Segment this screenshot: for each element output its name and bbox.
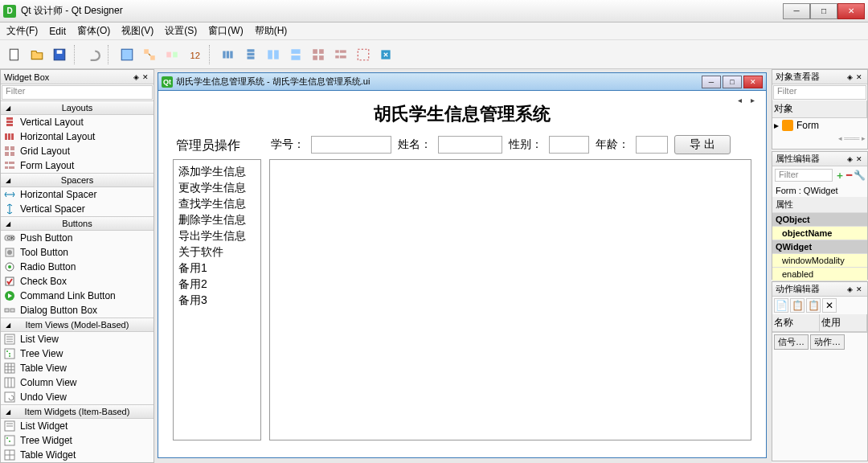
dock-float-icon[interactable]: ◈ [845, 72, 854, 82]
dock-close-icon[interactable]: ✕ [141, 72, 150, 82]
save-icon[interactable] [50, 45, 69, 64]
layout-grid-icon[interactable] [309, 45, 328, 64]
widget-listwidget[interactable]: List Widget [1, 419, 154, 433]
dock-float-icon[interactable]: ◈ [845, 285, 854, 294]
layout-form-icon[interactable] [331, 45, 350, 64]
buddies-icon[interactable] [162, 45, 182, 64]
layout-v-icon[interactable] [241, 45, 260, 64]
widget-checkbox[interactable]: Check Box [1, 274, 154, 289]
menu-add[interactable]: 添加学生信息 [178, 163, 256, 179]
menu-view[interactable]: 视图(V) [121, 24, 154, 38]
dock-close-icon[interactable]: ✕ [854, 285, 864, 294]
export-button[interactable]: 导 出 [674, 135, 731, 154]
remove-prop-icon[interactable]: ━ [846, 170, 852, 181]
menu-update[interactable]: 更改学生信息 [178, 179, 256, 195]
widget-commandlink[interactable]: Command Link Button [1, 289, 154, 303]
menu-search[interactable]: 查找学生信息 [178, 195, 256, 211]
mdi-minimize-button[interactable]: ─ [702, 76, 721, 88]
category-spacers[interactable]: ◢Spacers [1, 173, 154, 187]
form-canvas[interactable]: ◂ ▸ 胡氏学生信息管理系统 管理员操作 学号： 姓名： 性别： 年龄： [158, 91, 766, 457]
tab-order-icon[interactable]: 12 [185, 45, 204, 64]
category-buttons[interactable]: ◢Buttons [1, 216, 154, 231]
action-tab[interactable]: 动作… [810, 334, 845, 350]
paste-action-icon[interactable]: 📋 [806, 298, 821, 313]
object-filter-input[interactable]: Filter [773, 85, 866, 100]
undo-icon[interactable] [84, 45, 103, 64]
prop-windowmodality[interactable]: windowModality [772, 254, 867, 268]
sex-input[interactable] [549, 136, 589, 154]
overflow-arrows-icon[interactable]: ◂ ▸ [738, 96, 758, 104]
widget-radiobutton[interactable]: Radio Button [1, 260, 154, 274]
dock-float-icon[interactable]: ◈ [845, 154, 854, 164]
prop-filter-input[interactable]: Filter [775, 169, 833, 182]
menu-edit[interactable]: Edit [49, 26, 66, 37]
widget-listview[interactable]: List View [1, 332, 154, 346]
category-itemwidgets[interactable]: ◢Item Widgets (Item-Based) [1, 404, 154, 419]
dock-float-icon[interactable]: ◈ [131, 72, 141, 82]
widget-columnview[interactable]: Column View [1, 375, 154, 390]
prop-qobject[interactable]: QObject [772, 213, 867, 227]
menu-delete[interactable]: 删除学生信息 [178, 211, 256, 227]
widget-hspacer[interactable]: Horizontal Spacer [1, 187, 154, 202]
prop-settings-icon[interactable]: 🔧 [854, 170, 866, 181]
menu-spare2[interactable]: 备用2 [178, 276, 256, 292]
open-file-icon[interactable] [27, 45, 47, 64]
menu-export[interactable]: 导出学生信息 [178, 227, 256, 244]
delete-action-icon[interactable]: ✕ [822, 298, 837, 313]
widget-treewidget[interactable]: Tree Widget [1, 433, 154, 448]
category-itemviews[interactable]: ◢Item Views (Model-Based) [1, 318, 154, 332]
widget-vertical-layout[interactable]: Vertical Layout [1, 115, 154, 129]
widget-toolbutton[interactable]: Tool Button [1, 245, 154, 260]
close-button[interactable]: ✕ [837, 3, 865, 19]
layout-vsplit-icon[interactable] [286, 45, 305, 64]
menu-form[interactable]: 窗体(O) [77, 24, 110, 38]
student-table[interactable] [269, 159, 751, 440]
widget-undoview[interactable]: Undo View [1, 390, 154, 404]
age-input[interactable] [636, 136, 668, 154]
new-file-icon[interactable] [5, 45, 24, 64]
widget-grid-layout[interactable]: Grid Layout [1, 144, 154, 158]
name-input[interactable] [438, 136, 502, 154]
adjust-size-icon[interactable] [376, 45, 395, 64]
widget-tableview[interactable]: Table View [1, 361, 154, 375]
widget-pushbutton[interactable]: OKPush Button [1, 231, 154, 245]
category-layouts[interactable]: ◢Layouts [1, 100, 154, 115]
widget-treeview[interactable]: Tree View [1, 346, 154, 361]
prop-objectname[interactable]: objectName [772, 227, 867, 240]
edit-widgets-icon[interactable] [117, 45, 137, 64]
menu-about[interactable]: 关于软件 [178, 244, 256, 260]
object-row-form[interactable]: ▸Form [772, 118, 867, 133]
form-window-titlebar[interactable]: Qt 胡氏学生信息管理系统 - 胡氏学生信息管理系统.ui ─ □ ✕ [158, 73, 766, 91]
menu-spare3[interactable]: 备用3 [178, 292, 256, 308]
add-prop-icon[interactable]: ＋ [835, 169, 845, 182]
menu-file[interactable]: 文件(F) [6, 24, 38, 38]
layout-hsplit-icon[interactable] [264, 45, 283, 64]
prop-enabled[interactable]: enabled [772, 268, 867, 281]
signal-slot-tab[interactable]: 信号… [774, 334, 809, 350]
widget-horizontal-layout[interactable]: Horizontal Layout [1, 129, 154, 144]
prop-qwidget[interactable]: QWidget [772, 240, 867, 254]
mdi-maximize-button[interactable]: □ [723, 76, 742, 88]
break-layout-icon[interactable] [354, 45, 373, 64]
minimize-button[interactable]: ─ [783, 3, 810, 19]
mdi-close-button[interactable]: ✕ [743, 76, 763, 88]
new-action-icon[interactable]: 📄 [774, 298, 788, 313]
widget-dialogbuttonbox[interactable]: Dialog Button Box [1, 303, 154, 318]
widget-vspacer[interactable]: Vertical Spacer [1, 202, 154, 216]
widget-tablewidget[interactable]: Table Widget [1, 448, 154, 462]
widget-form-layout[interactable]: Form Layout [1, 158, 154, 173]
dock-close-icon[interactable]: ✕ [854, 154, 864, 164]
admin-menu-list[interactable]: 添加学生信息 更改学生信息 查找学生信息 删除学生信息 导出学生信息 关于软件 … [173, 159, 261, 440]
widget-list[interactable]: ◢Layouts Vertical Layout Horizontal Layo… [1, 100, 154, 462]
menu-spare1[interactable]: 备用1 [178, 260, 256, 276]
id-input[interactable] [311, 136, 391, 154]
signals-slots-icon[interactable] [140, 45, 159, 64]
copy-action-icon[interactable]: 📋 [790, 298, 805, 313]
menu-window[interactable]: 窗口(W) [208, 24, 243, 38]
widget-filter-input[interactable]: Filter [2, 85, 153, 100]
menu-settings[interactable]: 设置(S) [165, 24, 197, 38]
layout-h-icon[interactable] [219, 45, 238, 64]
dock-close-icon[interactable]: ✕ [854, 72, 864, 82]
maximize-button[interactable]: □ [810, 3, 837, 19]
menu-help[interactable]: 帮助(H) [255, 24, 288, 38]
